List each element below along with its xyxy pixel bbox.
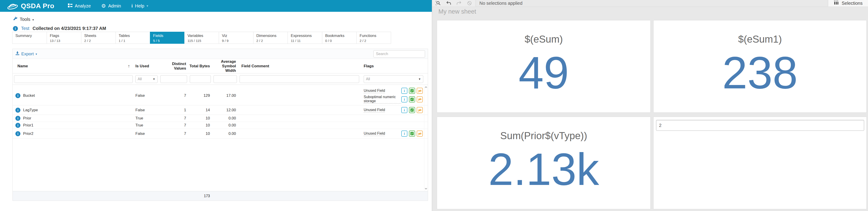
wrench-icon [13, 16, 18, 22]
variable-input-tile [653, 117, 867, 209]
field-name: Prior [23, 116, 134, 121]
selections-icon [834, 0, 839, 6]
table-scrollbar[interactable] [424, 85, 428, 190]
distinct-values-value: 7 [159, 123, 188, 128]
flag-accept-button[interactable]: ✓ [409, 107, 415, 113]
selections-tool-button[interactable]: Selections [828, 0, 868, 6]
info-circle-icon[interactable]: i [13, 26, 18, 31]
flag-hide-button[interactable] [417, 96, 423, 102]
analyze-list-icon [68, 3, 72, 9]
gear-icon: ⚙ [101, 3, 106, 9]
flag-hide-button[interactable] [417, 107, 423, 113]
sort-ascending-icon[interactable]: ↑ [128, 64, 130, 69]
sheet-grid: $(eSum) 49 $(eSum1) 238 Sum(Prior$(vType… [437, 20, 867, 209]
field-comment-filter-input[interactable] [240, 75, 359, 83]
kpi-esum: $(eSum) 49 [437, 20, 651, 113]
screen: QSDA Pro Analyze ⚙ Admin [0, 0, 868, 211]
flag-accept-button[interactable]: ✓ [409, 96, 415, 102]
field-info-icon[interactable]: i [16, 93, 20, 98]
flag-line: Unused Field i ✓ [364, 107, 425, 113]
kpi-value: 49 [437, 33, 650, 113]
table-body: i Bucket False 7 129 17.00 Unused Field … [13, 85, 428, 191]
scroll-down-icon[interactable] [425, 188, 427, 190]
export-dropdown[interactable]: Export ▾ [16, 51, 37, 56]
avg-symbol-width-value: 17.00 [212, 93, 238, 98]
column-header-is-used[interactable]: Is Used [134, 64, 159, 68]
nav-help[interactable]: i Help ▾ [131, 3, 148, 9]
tab-dimensions[interactable]: Dimensions 2 / 2 [253, 32, 288, 44]
smart-search-icon[interactable] [435, 0, 441, 6]
flag-label[interactable]: Unused Field [364, 131, 385, 136]
tab-flags[interactable]: Flags 13 / 13 [46, 32, 81, 44]
flag-hide-button[interactable] [417, 130, 423, 137]
flag-info-button[interactable]: i [401, 107, 407, 113]
tab-sheets[interactable]: Sheets 2 / 2 [81, 32, 116, 44]
table-row: i Bucket False 7 129 17.00 Unused Field … [13, 86, 428, 106]
flag-accept-button[interactable]: ✓ [409, 88, 415, 94]
flag-info-button[interactable]: i [401, 130, 407, 137]
tab-variables[interactable]: Variables 115 / 115 [184, 32, 219, 44]
flag-info-button[interactable]: i [401, 96, 407, 102]
column-header-avg-symbol-width[interactable]: Average Symbol Width [212, 59, 238, 73]
column-header-field-comment[interactable]: Field Comment [238, 64, 361, 68]
column-header-name[interactable]: Name [18, 64, 28, 68]
step-forward-icon[interactable] [456, 0, 462, 6]
field-info-icon[interactable]: i [16, 116, 20, 121]
flag-label[interactable]: Unused Field [364, 89, 385, 93]
app-header: QSDA Pro Analyze ⚙ Admin [0, 0, 432, 12]
qlik-sheet-window: No selections applied Selections My new … [432, 0, 868, 211]
flag-label[interactable]: Suboptimal numeric storage [364, 95, 401, 103]
total-bytes-value: 14 [188, 108, 212, 113]
table-row: i Prior1 True 7 10 0.00 [13, 122, 428, 129]
flag-info-button[interactable]: i [401, 88, 407, 94]
avg-symbol-width-value: 0.00 [212, 131, 238, 136]
variable-input[interactable] [656, 120, 864, 131]
test-collection-info: i Test Collected on 4/23/2021 9:17:37 AM [13, 26, 432, 31]
flag-hide-button[interactable] [417, 88, 423, 94]
flag-line: Suboptimal numeric storage i ✓ [364, 95, 425, 103]
tab-tables[interactable]: Tables 1 / 1 [116, 32, 150, 44]
selections-status: No selections applied [476, 1, 522, 6]
tab-viz[interactable]: Viz 9 / 9 [219, 32, 253, 44]
column-header-distinct-values[interactable]: Distinct Values [159, 62, 188, 71]
total-bytes-sum: 173 [188, 191, 212, 201]
tab-functions[interactable]: Functions 2 / 2 [356, 32, 391, 44]
tab-expressions[interactable]: Expressions 11 / 11 [288, 32, 322, 44]
kpi-value: 2.13k [437, 130, 650, 209]
total-bytes-value: 10 [188, 131, 212, 136]
export-label: Export [21, 52, 34, 56]
test-link[interactable]: Test [21, 26, 29, 31]
nav-analyze[interactable]: Analyze [68, 3, 91, 9]
avg-symbol-width-filter-input[interactable] [214, 75, 237, 83]
select-caret-icon: ▼ [418, 78, 421, 81]
chevron-down-icon: ▾ [32, 18, 34, 22]
tools-dropdown[interactable]: Tools ▾ [13, 16, 432, 22]
is-used-value: True [134, 116, 159, 121]
clear-selections-icon[interactable] [467, 0, 472, 6]
flag-line: Unused Field i ✓ [364, 130, 425, 137]
table-toolbar: Export ▾ [13, 49, 428, 59]
is-used-filter-select[interactable]: All ▼ [135, 75, 158, 83]
flags-filter-select[interactable]: All ▼ [364, 75, 423, 83]
name-filter-input[interactable] [14, 75, 133, 83]
nav-admin[interactable]: ⚙ Admin [101, 3, 121, 9]
step-back-icon[interactable] [446, 0, 451, 6]
column-header-total-bytes[interactable]: Total Bytes [188, 64, 212, 68]
avg-symbol-width-value: 0.00 [212, 123, 238, 128]
field-info-icon[interactable]: i [16, 123, 20, 128]
total-bytes-filter-input[interactable] [190, 75, 211, 83]
tab-summary[interactable]: Summary [12, 32, 47, 44]
distinct-values-filter-input[interactable] [160, 75, 187, 83]
field-info-icon[interactable]: i [16, 108, 20, 113]
column-header-flags[interactable]: Flags [361, 64, 428, 68]
tab-bookmarks[interactable]: Bookmarks 0 / 0 [322, 32, 356, 44]
search-input[interactable] [373, 50, 425, 58]
field-info-icon[interactable]: i [16, 131, 20, 136]
flag-label[interactable]: Unused Field [364, 108, 385, 113]
scroll-up-icon[interactable] [425, 86, 427, 88]
table-row: i Prior True 7 10 0.00 [13, 115, 428, 122]
selections-label: Selections [842, 1, 863, 6]
chevron-down-icon: ▾ [36, 52, 37, 56]
tab-fields[interactable]: Fields 5 / 5 [150, 32, 185, 44]
flag-accept-button[interactable]: ✓ [409, 130, 415, 137]
